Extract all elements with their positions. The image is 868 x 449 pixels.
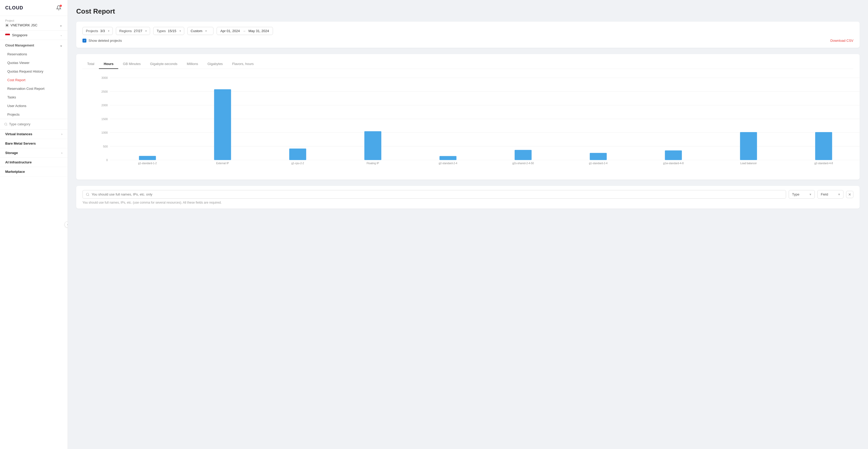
notification-bell[interactable] [55, 4, 62, 11]
sidebar-item-quotas-viewer[interactable]: Quotas Viewer [0, 58, 68, 67]
notification-dot [60, 5, 62, 7]
sidebar-item-quotas-request-history[interactable]: Quotas Request History [0, 67, 68, 76]
region-selector[interactable]: Singapore ⌄ [0, 31, 68, 40]
sidebar-item-projects[interactable]: Projects [0, 110, 68, 119]
tab-millions[interactable]: Millions [182, 59, 203, 69]
svg-point-36 [86, 193, 89, 195]
svg-text:g1-cpu-2-2: g1-cpu-2-2 [291, 162, 304, 165]
svg-text:External IP: External IP [216, 162, 229, 165]
types-filter[interactable]: Types 15/15 ▾ [153, 27, 184, 35]
regions-filter-label: Regions [119, 29, 132, 33]
sidebar-item-reservations[interactable]: Reservations [0, 50, 68, 58]
type-select[interactable]: Type ▾ [789, 190, 815, 199]
search-card: Type ▾ Field ▾ ✕ You should use full nam… [76, 186, 860, 209]
filters-bottom: ✓ Show deleted projects Download CSV [83, 39, 854, 42]
page-title: Cost Report [76, 7, 860, 16]
region-chevron: ⌄ [60, 33, 62, 37]
svg-rect-24 [439, 156, 457, 160]
projects-filter-value: 3/3 [100, 29, 105, 33]
period-chevron-icon: ▾ [206, 30, 207, 32]
project-name[interactable]: ▦ VNETWORK JSC ⌄ [5, 23, 62, 27]
search-icon [4, 122, 7, 126]
svg-rect-18 [214, 89, 231, 160]
chart-svg: 050010001500200025003000g1-standard-1-2E… [95, 75, 866, 174]
sidebar: CLOUD Project ▦ VNETWORK JSC ⌄ Singapore… [0, 0, 68, 449]
download-csv-button[interactable]: Download CSV [830, 39, 854, 42]
svg-text:g2s-shared-2-4-50: g2s-shared-2-4-50 [512, 162, 534, 165]
svg-rect-34 [815, 132, 832, 160]
period-filter-value: Custom [191, 29, 203, 33]
category-list: Virtual Instances › Bare Metal Servers S… [0, 129, 68, 177]
app-logo: CLOUD [5, 5, 23, 11]
filters-row: Projects 3/3 ▾ Regions 27/27 ▾ Types 15/… [83, 27, 854, 35]
svg-text:500: 500 [103, 145, 108, 148]
svg-text:1500: 1500 [101, 117, 108, 121]
tab-gigabyte-seconds[interactable]: Gigabyte-seconds [145, 59, 182, 69]
sidebar-item-user-actions[interactable]: User Actions [0, 101, 68, 110]
svg-text:3000: 3000 [101, 76, 108, 79]
cloud-management-label[interactable]: Cloud Management ⌄ [5, 43, 62, 47]
sidebar-item-cost-report[interactable]: Cost Report [0, 76, 68, 84]
type-select-label: Type [792, 192, 799, 196]
search-row: Type ▾ Field ▾ ✕ [83, 190, 854, 199]
date-range-picker[interactable]: Apr 01, 2024 → May 31, 2024 [217, 27, 273, 35]
sidebar-category-bare-metal-servers[interactable]: Bare Metal Servers [0, 139, 68, 148]
projects-chevron-icon: ▾ [108, 30, 110, 32]
search-close-button[interactable]: ✕ [846, 191, 854, 198]
regions-chevron-icon: ▾ [145, 30, 147, 32]
svg-text:Floating IP: Floating IP [367, 162, 379, 165]
show-deleted-label: Show deleted projects [89, 39, 122, 42]
sidebar-category-ai-infrastructure[interactable]: AI Infrastructure [0, 158, 68, 167]
project-icon: ▦ [5, 24, 9, 27]
tab-gb-minutes[interactable]: GB Minutes [118, 59, 145, 69]
field-select[interactable]: Field ▾ [817, 190, 843, 199]
sidebar-item-tasks[interactable]: Tasks [0, 93, 68, 101]
tab-gigabytes[interactable]: Gigabytes [203, 59, 227, 69]
field-select-label: Field [821, 192, 828, 196]
svg-text:g1-standard-2-4: g1-standard-2-4 [589, 162, 608, 165]
category-search [0, 119, 68, 129]
svg-text:g1-standard-1-2: g1-standard-1-2 [138, 162, 157, 165]
show-deleted-checkbox[interactable]: ✓ Show deleted projects [83, 39, 122, 42]
svg-text:1000: 1000 [101, 131, 108, 134]
type-select-chevron: ▾ [810, 192, 811, 196]
chevron-right-icon-2: › [61, 151, 62, 155]
filters-card: Projects 3/3 ▾ Regions 27/27 ▾ Types 15/… [76, 22, 860, 48]
svg-rect-32 [740, 132, 757, 160]
svg-text:0: 0 [106, 158, 108, 161]
section-chevron: ⌄ [60, 43, 62, 47]
sidebar-category-storage[interactable]: Storage › [0, 148, 68, 158]
projects-filter[interactable]: Projects 3/3 ▾ [83, 27, 113, 35]
checkbox-icon: ✓ [83, 39, 86, 42]
project-selector[interactable]: Project ▦ VNETWORK JSC ⌄ [0, 16, 68, 31]
tab-flavors-hours[interactable]: Flavors, hours [227, 59, 258, 69]
svg-rect-28 [590, 153, 607, 160]
svg-text:g2-standard-4-8: g2-standard-4-8 [814, 162, 833, 165]
tab-total[interactable]: Total [83, 59, 99, 69]
svg-point-0 [5, 123, 7, 125]
sidebar-item-reservation-cost-report[interactable]: Reservation Cost Report [0, 84, 68, 93]
category-search-input[interactable] [9, 122, 63, 126]
chevron-right-icon: › [61, 132, 62, 136]
date-arrow-icon: → [243, 29, 246, 33]
bar-chart: 050010001500200025003000g1-standard-1-2E… [83, 75, 854, 174]
project-chevron: ⌄ [60, 23, 62, 27]
chart-card: Total Hours GB Minutes Gigabyte-seconds … [76, 54, 860, 180]
types-chevron-icon: ▾ [180, 30, 181, 32]
types-filter-value: 15/15 [168, 29, 177, 33]
region-name: Singapore [12, 33, 60, 37]
svg-rect-16 [139, 156, 156, 160]
sidebar-category-virtual-instances[interactable]: Virtual Instances › [0, 129, 68, 139]
period-filter[interactable]: Custom ▾ [187, 27, 214, 35]
svg-rect-20 [289, 149, 306, 160]
svg-rect-26 [515, 150, 532, 160]
resource-search-input[interactable] [92, 192, 783, 196]
sidebar-collapse-button[interactable]: ‹ [64, 221, 68, 228]
sidebar-category-marketplace[interactable]: Marketplace [0, 167, 68, 177]
regions-filter[interactable]: Regions 27/27 ▾ [116, 27, 150, 35]
types-filter-label: Types [157, 29, 166, 33]
cloud-management-section: Cloud Management ⌄ [0, 40, 68, 50]
project-label: Project [5, 19, 62, 22]
nav-items: Reservations Quotas Viewer Quotas Reques… [0, 50, 68, 119]
tab-hours[interactable]: Hours [99, 59, 118, 69]
